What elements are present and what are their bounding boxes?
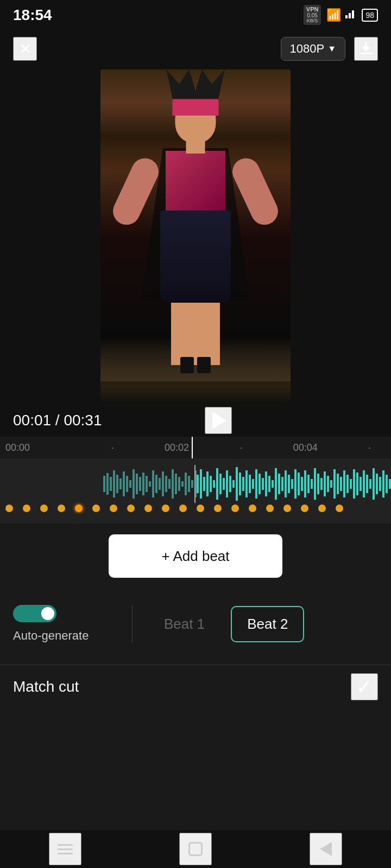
svg-rect-39 bbox=[206, 471, 209, 496]
back-button[interactable] bbox=[310, 833, 342, 865]
chevron-down-icon: ▼ bbox=[327, 44, 336, 54]
svg-rect-69 bbox=[304, 470, 306, 497]
beat-dot-10 bbox=[162, 505, 169, 512]
resolution-button[interactable]: 1080P ▼ bbox=[281, 37, 345, 61]
svg-rect-74 bbox=[320, 478, 323, 490]
svg-rect-56 bbox=[262, 478, 264, 490]
beat1-button[interactable]: Beat 1 bbox=[149, 607, 220, 641]
svg-rect-38 bbox=[203, 477, 205, 491]
svg-rect-18 bbox=[142, 473, 144, 495]
svg-rect-71 bbox=[311, 479, 313, 489]
svg-rect-20 bbox=[149, 481, 151, 487]
svg-rect-89 bbox=[369, 479, 371, 489]
svg-rect-80 bbox=[340, 477, 342, 491]
signal-icon bbox=[344, 8, 356, 23]
video-preview bbox=[100, 69, 291, 403]
svg-rect-32 bbox=[188, 476, 190, 492]
svg-rect-46 bbox=[229, 476, 231, 492]
svg-rect-26 bbox=[168, 479, 171, 489]
svg-rect-0 bbox=[345, 15, 348, 18]
svg-rect-68 bbox=[301, 477, 303, 491]
beat-dot-5 bbox=[75, 505, 83, 512]
status-bar: 18:54 VPN 0.05 KB/S 📶 98 bbox=[0, 0, 391, 30]
play-icon bbox=[212, 412, 226, 429]
svg-rect-12 bbox=[123, 471, 125, 496]
beat2-button[interactable]: Beat 2 bbox=[231, 606, 304, 642]
ruler-mark-2: 00:02 bbox=[134, 442, 220, 454]
beat-dot-12 bbox=[197, 505, 204, 512]
svg-rect-73 bbox=[317, 474, 319, 494]
svg-rect-93 bbox=[382, 470, 384, 497]
add-beat-button[interactable]: + Add beat bbox=[109, 534, 282, 578]
svg-rect-67 bbox=[298, 473, 300, 495]
ruler-mark-dot1: · bbox=[91, 442, 134, 454]
top-bar: ✕ 1080P ▼ bbox=[0, 30, 391, 68]
svg-rect-92 bbox=[379, 477, 381, 491]
svg-rect-30 bbox=[181, 481, 184, 487]
beat-dot-18 bbox=[301, 505, 308, 512]
svg-rect-94 bbox=[386, 475, 388, 493]
menu-icon bbox=[58, 844, 73, 854]
beat-dot-4 bbox=[58, 505, 65, 512]
svg-rect-52 bbox=[249, 475, 251, 493]
menu-button[interactable] bbox=[49, 833, 81, 865]
autogenerate-toggle[interactable] bbox=[13, 605, 56, 622]
confirm-button[interactable]: ✓ bbox=[351, 673, 378, 700]
beat-dot-7 bbox=[110, 505, 117, 512]
svg-rect-22 bbox=[155, 475, 157, 493]
ruler-mark-dot3: · bbox=[348, 442, 391, 454]
export-icon bbox=[357, 40, 375, 58]
resolution-label: 1080P bbox=[290, 42, 325, 56]
svg-rect-21 bbox=[152, 470, 154, 497]
close-button[interactable]: ✕ bbox=[13, 37, 37, 61]
svg-rect-24 bbox=[162, 471, 164, 496]
autogenerate-label: Auto-generate bbox=[13, 629, 89, 643]
export-button[interactable] bbox=[354, 37, 378, 61]
wifi-icon: 📶 bbox=[326, 8, 341, 22]
beat-dot-2 bbox=[23, 505, 30, 512]
vpn-icon: VPN 0.05 KB/S bbox=[304, 5, 321, 25]
svg-rect-55 bbox=[258, 474, 261, 494]
svg-rect-43 bbox=[219, 474, 222, 494]
home-button[interactable] bbox=[179, 833, 212, 865]
svg-rect-41 bbox=[213, 480, 215, 488]
beat-dot-13 bbox=[214, 505, 222, 512]
timeline-ruler[interactable]: 00:00 · 00:02 · 00:04 · bbox=[0, 437, 391, 458]
svg-rect-33 bbox=[191, 480, 193, 488]
svg-rect-50 bbox=[242, 477, 244, 491]
svg-rect-13 bbox=[126, 476, 128, 492]
svg-rect-47 bbox=[232, 480, 235, 488]
waveform-svg bbox=[0, 465, 391, 503]
ruler-mark-dot2: · bbox=[219, 442, 262, 454]
back-icon bbox=[320, 842, 332, 856]
svg-rect-37 bbox=[200, 469, 202, 499]
beat-buttons-row: Beat 1 Beat 2 bbox=[149, 606, 304, 642]
svg-rect-15 bbox=[133, 469, 135, 499]
figure-legs bbox=[171, 295, 220, 365]
video-preview-container bbox=[0, 68, 391, 404]
svg-rect-62 bbox=[281, 477, 283, 491]
svg-rect-2 bbox=[352, 10, 354, 18]
svg-rect-64 bbox=[288, 475, 290, 493]
svg-rect-90 bbox=[373, 468, 375, 500]
svg-rect-77 bbox=[330, 480, 332, 488]
svg-rect-25 bbox=[165, 476, 167, 492]
beat-dot-16 bbox=[266, 505, 274, 512]
svg-rect-16 bbox=[136, 474, 138, 494]
svg-rect-75 bbox=[324, 471, 326, 496]
figure-skirt bbox=[160, 210, 231, 303]
beat-dot-6 bbox=[92, 505, 100, 512]
svg-rect-57 bbox=[265, 471, 267, 496]
svg-rect-65 bbox=[291, 479, 293, 489]
waveform-section[interactable] bbox=[0, 458, 391, 524]
svg-rect-91 bbox=[376, 474, 378, 494]
svg-rect-8 bbox=[110, 477, 112, 491]
svg-rect-76 bbox=[327, 476, 329, 492]
svg-rect-82 bbox=[346, 475, 349, 493]
svg-rect-42 bbox=[216, 468, 218, 500]
waveform-container bbox=[0, 465, 391, 503]
play-button[interactable] bbox=[205, 407, 232, 434]
svg-rect-48 bbox=[236, 467, 238, 501]
svg-rect-88 bbox=[366, 475, 368, 493]
svg-rect-61 bbox=[278, 474, 280, 494]
